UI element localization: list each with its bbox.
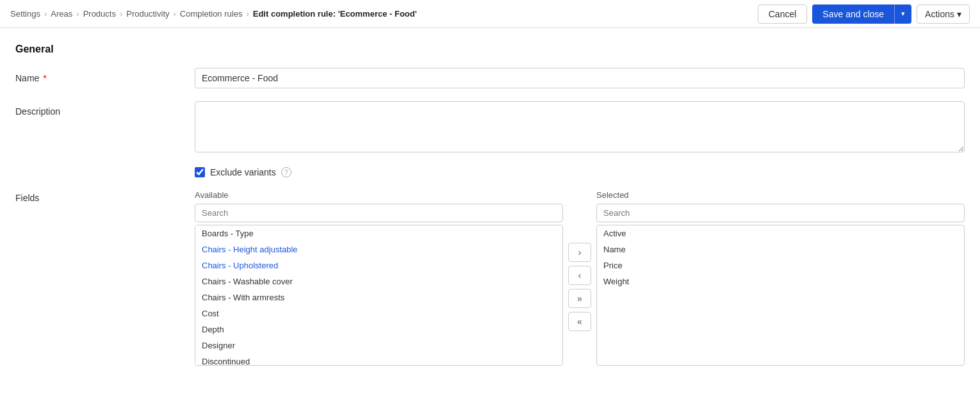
exclude-variants-checkbox[interactable] xyxy=(195,167,205,177)
list-item[interactable]: Chairs - With armrests xyxy=(195,289,562,305)
list-item[interactable]: Boards - Type xyxy=(195,225,562,241)
selected-label: Selected xyxy=(596,190,965,200)
list-item[interactable]: Discontinued xyxy=(195,354,562,366)
breadcrumb-areas[interactable]: Areas xyxy=(51,9,72,19)
header: Settings › Areas › Products › Productivi… xyxy=(0,0,980,28)
breadcrumb-settings[interactable]: Settings xyxy=(10,9,40,19)
sep-2: › xyxy=(76,9,79,19)
fields-row: Fields Available Boards - Type Chairs - … xyxy=(15,190,965,366)
move-all-right-button[interactable]: » xyxy=(568,289,591,308)
list-item[interactable]: Name xyxy=(597,241,964,257)
actions-button[interactable]: Actions ▾ xyxy=(917,4,970,24)
move-left-button[interactable]: ‹ xyxy=(568,266,591,285)
selected-search-input[interactable] xyxy=(596,204,965,222)
available-search-input[interactable] xyxy=(195,204,563,222)
name-row: Name * xyxy=(15,68,965,88)
list-item[interactable]: Weight xyxy=(597,273,964,289)
available-list: Boards - Type Chairs - Height adjustable… xyxy=(195,225,563,366)
save-close-button[interactable]: Save and close ▾ xyxy=(812,4,911,24)
list-item[interactable]: Chairs - Upholstered xyxy=(195,257,562,273)
exclude-variants-info-icon: ? xyxy=(281,167,291,177)
available-panel: Available Boards - Type Chairs - Height … xyxy=(195,190,563,366)
exclude-variants-label: Exclude variants xyxy=(210,167,276,177)
sep-4: › xyxy=(174,9,176,19)
list-item[interactable]: Depth xyxy=(195,321,562,338)
selected-panel: Selected Active Name Price Weight xyxy=(596,190,965,366)
fields-transfer: Available Boards - Type Chairs - Height … xyxy=(195,190,965,366)
sep-3: › xyxy=(120,9,122,19)
list-item[interactable]: Price xyxy=(597,257,964,273)
fields-label: Fields xyxy=(15,190,195,203)
list-item[interactable]: Active xyxy=(597,225,964,241)
name-field-wrapper xyxy=(195,68,965,88)
name-input[interactable] xyxy=(195,68,965,88)
name-label: Name * xyxy=(15,68,195,83)
description-field-wrapper xyxy=(195,101,965,154)
exclude-variants-row: Exclude variants ? xyxy=(195,167,965,177)
sep-5: › xyxy=(246,9,249,19)
available-label: Available xyxy=(195,190,563,200)
list-item[interactable]: Designer xyxy=(195,338,562,354)
list-item[interactable]: Cost xyxy=(195,305,562,321)
breadcrumb-products[interactable]: Products xyxy=(83,9,116,19)
save-close-label: Save and close xyxy=(812,4,894,24)
sep-1: › xyxy=(44,9,47,19)
transfer-buttons: › ‹ » « xyxy=(568,225,591,331)
description-row: Description xyxy=(15,101,965,154)
breadcrumb-productivity[interactable]: Productivity xyxy=(126,9,169,19)
move-right-button[interactable]: › xyxy=(568,243,591,262)
section-title-general: General xyxy=(15,44,965,55)
breadcrumb-completion-rules[interactable]: Completion rules xyxy=(180,9,243,19)
breadcrumb: Settings › Areas › Products › Productivi… xyxy=(10,9,417,19)
name-required-indicator: * xyxy=(40,73,46,83)
header-actions: Cancel Save and close ▾ Actions ▾ xyxy=(758,4,970,24)
description-input[interactable] xyxy=(195,101,965,152)
list-item[interactable]: Chairs - Washable cover xyxy=(195,273,562,289)
actions-label: Actions xyxy=(925,9,954,19)
main-content: General Name * Description Exclude varia… xyxy=(0,28,980,381)
description-label: Description xyxy=(15,101,195,117)
save-close-caret[interactable]: ▾ xyxy=(895,5,911,22)
cancel-button[interactable]: Cancel xyxy=(758,4,808,24)
actions-caret-icon: ▾ xyxy=(957,9,961,19)
breadcrumb-current: Edit completion rule: 'Ecommerce - Food' xyxy=(253,9,417,19)
move-all-left-button[interactable]: « xyxy=(568,312,591,331)
list-item[interactable]: Chairs - Height adjustable xyxy=(195,241,562,257)
selected-list: Active Name Price Weight xyxy=(596,225,965,366)
